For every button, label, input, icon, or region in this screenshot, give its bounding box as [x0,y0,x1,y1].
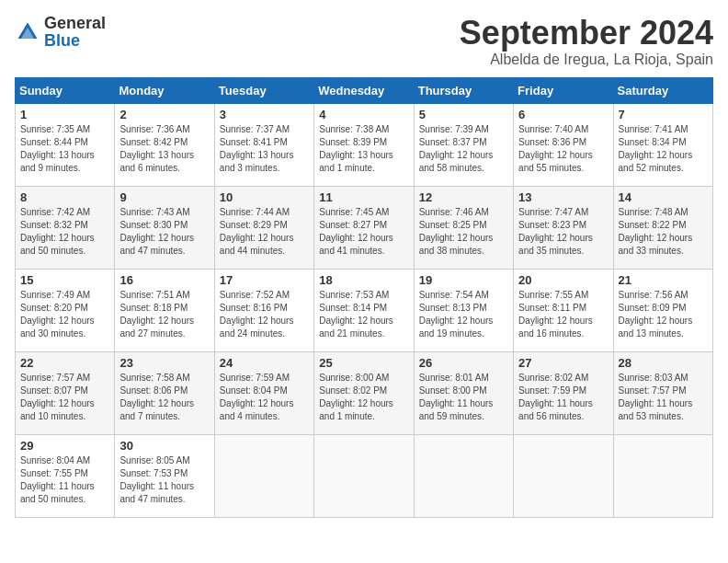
calendar-cell: 17Sunrise: 7:52 AM Sunset: 8:16 PM Dayli… [214,269,313,351]
day-number: 14 [619,190,708,204]
calendar-cell: 29Sunrise: 8:04 AM Sunset: 7:55 PM Dayli… [16,434,115,517]
header: General Blue September 2024 Albelda de I… [15,15,713,68]
calendar-cell: 9Sunrise: 7:43 AM Sunset: 8:30 PM Daylig… [115,186,214,269]
weekday-header-tuesday: Tuesday [214,77,313,103]
day-info: Sunrise: 7:58 AM Sunset: 8:06 PM Dayligh… [119,372,209,423]
calendar-cell: 16Sunrise: 7:51 AM Sunset: 8:18 PM Dayli… [115,269,214,351]
logo-general: General [44,14,106,32]
day-info: Sunrise: 7:36 AM Sunset: 8:42 PM Dayligh… [119,123,209,175]
calendar-cell: 8Sunrise: 7:42 AM Sunset: 8:32 PM Daylig… [16,186,115,269]
day-number: 3 [220,108,309,121]
day-number: 8 [20,190,109,204]
day-number: 22 [20,356,109,370]
day-number: 11 [319,190,408,204]
day-info: Sunrise: 7:40 AM Sunset: 8:36 PM Dayligh… [518,123,608,175]
day-info: Sunrise: 7:47 AM Sunset: 8:23 PM Dayligh… [518,206,608,258]
day-info: Sunrise: 7:52 AM Sunset: 8:16 PM Dayligh… [220,289,309,340]
day-number: 9 [119,190,209,204]
calendar-cell: 13Sunrise: 7:47 AM Sunset: 8:23 PM Dayli… [514,186,613,269]
day-info: Sunrise: 7:39 AM Sunset: 8:37 PM Dayligh… [419,123,508,175]
day-number: 7 [619,108,708,121]
day-info: Sunrise: 7:44 AM Sunset: 8:29 PM Dayligh… [220,206,309,258]
calendar-cell: 23Sunrise: 7:58 AM Sunset: 8:06 PM Dayli… [115,351,214,434]
day-number: 27 [518,356,608,370]
day-number: 29 [20,439,109,453]
day-info: Sunrise: 7:46 AM Sunset: 8:25 PM Dayligh… [419,206,508,258]
week-row-3: 15Sunrise: 7:49 AM Sunset: 8:20 PM Dayli… [16,269,713,351]
day-info: Sunrise: 8:00 AM Sunset: 8:02 PM Dayligh… [319,372,408,423]
day-info: Sunrise: 7:54 AM Sunset: 8:13 PM Dayligh… [419,289,508,340]
day-number: 4 [319,108,408,121]
week-row-5: 29Sunrise: 8:04 AM Sunset: 7:55 PM Dayli… [16,434,713,517]
calendar-cell: 4Sunrise: 7:38 AM Sunset: 8:39 PM Daylig… [314,103,414,186]
calendar-table: SundayMondayTuesdayWednesdayThursdayFrid… [15,77,713,518]
weekday-header-thursday: Thursday [414,77,513,103]
calendar-cell [214,434,313,517]
day-info: Sunrise: 8:02 AM Sunset: 7:59 PM Dayligh… [518,372,608,423]
day-number: 25 [319,356,408,370]
day-number: 10 [220,190,309,204]
weekday-header-wednesday: Wednesday [314,77,414,103]
calendar-cell: 25Sunrise: 8:00 AM Sunset: 8:02 PM Dayli… [314,351,414,434]
day-number: 23 [119,356,209,370]
calendar-cell: 30Sunrise: 8:05 AM Sunset: 7:53 PM Dayli… [115,434,214,517]
calendar-cell: 27Sunrise: 8:02 AM Sunset: 7:59 PM Dayli… [514,351,613,434]
day-info: Sunrise: 7:43 AM Sunset: 8:30 PM Dayligh… [119,206,209,258]
calendar-cell: 11Sunrise: 7:45 AM Sunset: 8:27 PM Dayli… [314,186,414,269]
calendar-cell [314,434,414,517]
calendar-cell: 20Sunrise: 7:55 AM Sunset: 8:11 PM Dayli… [514,269,613,351]
calendar-cell: 10Sunrise: 7:44 AM Sunset: 8:29 PM Dayli… [214,186,313,269]
calendar-cell: 22Sunrise: 7:57 AM Sunset: 8:07 PM Dayli… [16,351,115,434]
calendar-cell: 21Sunrise: 7:56 AM Sunset: 8:09 PM Dayli… [613,269,712,351]
location: Albelda de Iregua, La Rioja, Spain [460,52,713,68]
calendar-cell [414,434,513,517]
day-info: Sunrise: 8:04 AM Sunset: 7:55 PM Dayligh… [20,454,109,506]
day-number: 18 [319,273,408,287]
day-number: 5 [419,108,508,121]
day-info: Sunrise: 7:55 AM Sunset: 8:11 PM Dayligh… [518,289,608,340]
calendar-cell: 6Sunrise: 7:40 AM Sunset: 8:36 PM Daylig… [514,103,613,186]
calendar-cell: 2Sunrise: 7:36 AM Sunset: 8:42 PM Daylig… [115,103,214,186]
day-info: Sunrise: 7:35 AM Sunset: 8:44 PM Dayligh… [20,123,109,175]
day-info: Sunrise: 7:38 AM Sunset: 8:39 PM Dayligh… [319,123,408,175]
calendar-cell: 28Sunrise: 8:03 AM Sunset: 7:57 PM Dayli… [613,351,712,434]
calendar-cell: 3Sunrise: 7:37 AM Sunset: 8:41 PM Daylig… [214,103,313,186]
day-info: Sunrise: 7:45 AM Sunset: 8:27 PM Dayligh… [319,206,408,258]
calendar-cell: 7Sunrise: 7:41 AM Sunset: 8:34 PM Daylig… [613,103,712,186]
day-number: 21 [619,273,708,287]
day-number: 17 [220,273,309,287]
day-info: Sunrise: 7:49 AM Sunset: 8:20 PM Dayligh… [20,289,109,340]
day-info: Sunrise: 7:42 AM Sunset: 8:32 PM Dayligh… [20,206,109,258]
day-info: Sunrise: 7:51 AM Sunset: 8:18 PM Dayligh… [119,289,209,340]
month-title: September 2024 [460,15,713,52]
logo-blue: Blue [44,31,80,50]
day-info: Sunrise: 7:57 AM Sunset: 8:07 PM Dayligh… [20,372,109,423]
weekday-header-row: SundayMondayTuesdayWednesdayThursdayFrid… [16,77,713,103]
calendar-cell [514,434,613,517]
day-info: Sunrise: 7:41 AM Sunset: 8:34 PM Dayligh… [619,123,708,175]
title-area: September 2024 Albelda de Iregua, La Rio… [460,15,713,68]
calendar-cell: 12Sunrise: 7:46 AM Sunset: 8:25 PM Dayli… [414,186,513,269]
day-number: 2 [119,108,209,121]
day-info: Sunrise: 8:03 AM Sunset: 7:57 PM Dayligh… [619,372,708,423]
day-number: 30 [119,439,209,453]
week-row-4: 22Sunrise: 7:57 AM Sunset: 8:07 PM Dayli… [16,351,713,434]
day-number: 20 [518,273,608,287]
day-number: 28 [619,356,708,370]
day-info: Sunrise: 7:37 AM Sunset: 8:41 PM Dayligh… [220,123,309,175]
day-number: 26 [419,356,508,370]
week-row-1: 1Sunrise: 7:35 AM Sunset: 8:44 PM Daylig… [16,103,713,186]
calendar-cell: 26Sunrise: 8:01 AM Sunset: 8:00 PM Dayli… [414,351,513,434]
day-number: 16 [119,273,209,287]
calendar-cell: 15Sunrise: 7:49 AM Sunset: 8:20 PM Dayli… [16,269,115,351]
week-row-2: 8Sunrise: 7:42 AM Sunset: 8:32 PM Daylig… [16,186,713,269]
day-info: Sunrise: 7:48 AM Sunset: 8:22 PM Dayligh… [619,206,708,258]
calendar-cell: 18Sunrise: 7:53 AM Sunset: 8:14 PM Dayli… [314,269,414,351]
day-info: Sunrise: 8:05 AM Sunset: 7:53 PM Dayligh… [119,454,209,506]
calendar-cell: 19Sunrise: 7:54 AM Sunset: 8:13 PM Dayli… [414,269,513,351]
day-info: Sunrise: 8:01 AM Sunset: 8:00 PM Dayligh… [419,372,508,423]
calendar-cell: 24Sunrise: 7:59 AM Sunset: 8:04 PM Dayli… [214,351,313,434]
day-info: Sunrise: 7:53 AM Sunset: 8:14 PM Dayligh… [319,289,408,340]
day-number: 13 [518,190,608,204]
calendar-cell: 5Sunrise: 7:39 AM Sunset: 8:37 PM Daylig… [414,103,513,186]
